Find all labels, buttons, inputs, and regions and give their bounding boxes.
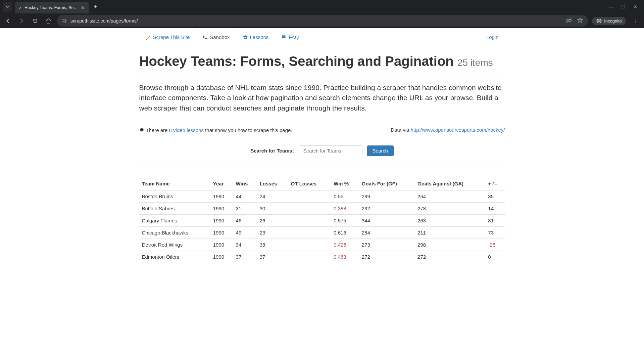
- col-wins: Wins: [233, 177, 257, 190]
- cell-gf: 273: [359, 239, 415, 251]
- tab-search-dropdown[interactable]: [3, 2, 12, 11]
- table-row: Detroit Red Wings199034380.425273298-25: [139, 239, 505, 251]
- graduation-cap-icon: [243, 35, 248, 40]
- cell-gf: 272: [359, 251, 415, 263]
- col-win-pct: Win %: [331, 177, 359, 190]
- window-controls: — ❐ ✕: [609, 4, 641, 9]
- brush-icon: [146, 35, 151, 40]
- cell-ot_losses: [288, 239, 331, 251]
- cell-diff: -25: [485, 239, 505, 251]
- col-ot-losses: OT Losses: [288, 177, 331, 190]
- graduation-cap-icon: [139, 127, 145, 132]
- cell-ga: 272: [415, 251, 485, 263]
- info-row: There are 8 video lessons that show you …: [139, 127, 505, 133]
- data-source-link[interactable]: http://www.opensourcesports.com/hockey/: [411, 127, 505, 133]
- terminal-icon: [202, 35, 208, 40]
- new-tab-button[interactable]: +: [92, 3, 99, 10]
- lessons-link[interactable]: 8 video lessons: [169, 127, 204, 133]
- cell-win_pct: 0.463: [331, 251, 359, 263]
- cell-ga: 298: [415, 239, 485, 251]
- svg-rect-1: [62, 22, 64, 22]
- close-tab-icon[interactable]: ✕: [81, 5, 85, 10]
- page-viewport[interactable]: Scrape This Site Sandbox Lessons FAQ: [0, 28, 644, 342]
- cell-gf: 292: [359, 202, 415, 214]
- cell-name: Buffalo Sabres: [139, 202, 210, 214]
- cell-ga: 278: [415, 202, 485, 214]
- browser-menu-icon[interactable]: ⋮: [630, 18, 641, 24]
- cell-diff: 0: [485, 251, 505, 263]
- tab-title: Hockey Teams: Forms, Searchin…: [24, 5, 78, 10]
- table-row: Calgary Flames199046260.57534426381: [139, 214, 505, 226]
- cell-name: Boston Bruins: [139, 190, 210, 203]
- incognito-icon: [596, 18, 602, 23]
- cell-ot_losses: [288, 226, 331, 239]
- cell-win_pct: 0.575: [331, 214, 359, 226]
- page-title: Hockey Teams: Forms, Searching and Pagin…: [139, 54, 505, 69]
- cell-diff: 14: [485, 202, 505, 214]
- bookmark-star-icon[interactable]: [577, 17, 583, 25]
- table-row: Edmonton Oilers199037370.4632722720: [139, 251, 505, 263]
- col-ga: Goals Against (GA): [415, 177, 485, 190]
- col-team-name: Team Name: [139, 177, 210, 190]
- svg-rect-4: [146, 39, 147, 40]
- search-input[interactable]: [299, 145, 362, 156]
- nav-brand[interactable]: Scrape This Site: [139, 30, 196, 44]
- back-button[interactable]: [3, 16, 13, 26]
- page-subtitle: 25 items: [457, 57, 493, 68]
- table-row: Boston Bruins199044240.5529926435: [139, 190, 505, 203]
- flag-icon: [281, 35, 287, 40]
- cell-wins: 49: [233, 226, 257, 239]
- col-diff: + / -: [485, 177, 505, 190]
- cell-name: Detroit Red Wings: [139, 239, 210, 251]
- cell-losses: 26: [257, 214, 288, 226]
- minimize-icon[interactable]: —: [609, 4, 613, 9]
- nav-faq[interactable]: FAQ: [275, 30, 305, 44]
- forward-button[interactable]: [17, 16, 26, 26]
- browser-tab[interactable]: ✓ Hockey Teams: Forms, Searchin… ✕: [15, 2, 89, 13]
- col-gf: Goals For (GF): [359, 177, 415, 190]
- incognito-badge[interactable]: Incognito: [592, 17, 626, 25]
- reload-button[interactable]: [30, 16, 40, 26]
- close-window-icon[interactable]: ✕: [634, 4, 637, 9]
- cell-gf: 284: [359, 226, 415, 239]
- divider: [139, 76, 505, 76]
- svg-rect-0: [62, 19, 64, 20]
- col-year: Year: [210, 177, 233, 190]
- cell-ot_losses: [288, 190, 331, 203]
- site-info-icon[interactable]: [62, 18, 67, 23]
- maximize-icon[interactable]: ❐: [622, 4, 626, 9]
- nav-lessons[interactable]: Lessons: [236, 30, 275, 44]
- search-form: Search for Teams: Search: [139, 138, 505, 164]
- cell-ga: 264: [415, 190, 485, 203]
- home-button[interactable]: [44, 16, 53, 26]
- page-description: Browse through a database of NHL team st…: [139, 83, 505, 113]
- cell-name: Edmonton Oilers: [139, 251, 210, 263]
- search-button[interactable]: Search: [367, 145, 394, 156]
- nav-login[interactable]: Login: [480, 30, 505, 44]
- url-bar[interactable]: scrapethissite.com/pages/forms/: [57, 15, 588, 27]
- url-text: scrapethissite.com/pages/forms/: [70, 18, 138, 24]
- col-losses: Losses: [257, 177, 288, 190]
- cell-ot_losses: [288, 202, 331, 214]
- teams-table: Team Name Year Wins Losses OT Losses Win…: [139, 177, 505, 263]
- cell-win_pct: 0.388: [331, 202, 359, 214]
- cell-ga: 211: [415, 226, 485, 239]
- cell-losses: 37: [257, 251, 288, 263]
- cell-year: 1990: [210, 239, 233, 251]
- cell-wins: 44: [233, 190, 257, 203]
- divider: [139, 120, 505, 120]
- cell-gf: 344: [359, 214, 415, 226]
- cell-year: 1990: [210, 214, 233, 226]
- nav-sandbox[interactable]: Sandbox: [196, 30, 236, 44]
- cell-win_pct: 0.613: [331, 226, 359, 239]
- lessons-note: There are 8 video lessons that show you …: [139, 127, 292, 133]
- cell-wins: 34: [233, 239, 257, 251]
- cell-year: 1990: [210, 226, 233, 239]
- data-source-note: Data via http://www.opensourcesports.com…: [391, 127, 505, 133]
- svg-point-3: [65, 21, 66, 23]
- cell-gf: 299: [359, 190, 415, 203]
- eye-off-icon[interactable]: [565, 17, 572, 25]
- cell-diff: 35: [485, 190, 505, 203]
- cell-name: Calgary Flames: [139, 214, 210, 226]
- cell-losses: 38: [257, 239, 288, 251]
